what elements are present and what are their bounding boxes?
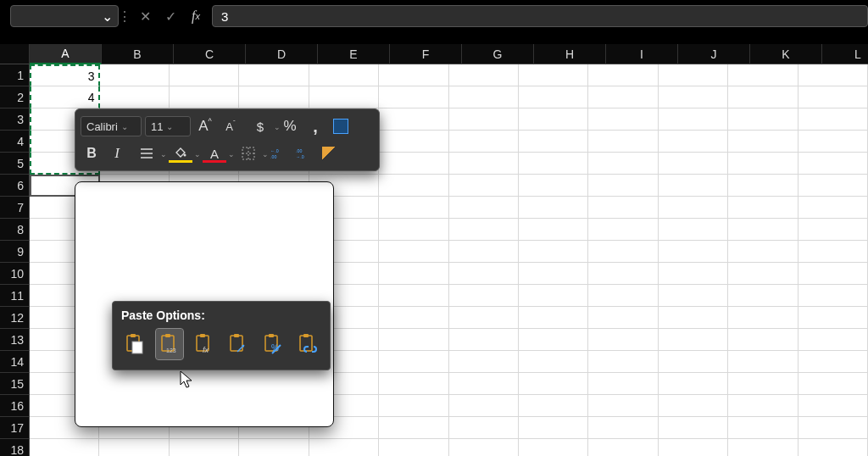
currency-format-button[interactable]: $⌄ [245,115,275,137]
paste-transpose-button[interactable] [225,329,253,359]
cell-C1[interactable] [170,64,239,86]
row-header-17[interactable]: 17 [0,417,30,439]
column-header-A[interactable]: A [30,44,102,64]
cell-L2[interactable] [798,86,868,108]
row-header-18[interactable]: 18 [0,439,30,456]
cell-K15[interactable] [728,373,798,395]
cell-G7[interactable] [449,197,519,219]
cell-F15[interactable] [379,373,448,395]
paste-formulas-button[interactable]: fx [190,329,218,359]
percent-format-button[interactable]: % [279,115,301,137]
cell-L5[interactable] [798,153,868,175]
cell-L8[interactable] [798,219,868,241]
cell-H2[interactable] [519,86,588,108]
cell-H9[interactable] [519,241,588,263]
cell-K12[interactable] [728,307,798,329]
column-header-E[interactable]: E [318,44,390,64]
cell-H15[interactable] [519,373,588,395]
cell-G14[interactable] [449,351,519,373]
column-header-I[interactable]: I [606,44,678,64]
cell-F17[interactable] [379,417,448,439]
cell-I11[interactable] [588,285,658,307]
cell-G16[interactable] [449,395,519,417]
cell-K14[interactable] [728,351,798,373]
cell-G5[interactable] [449,153,519,175]
cell-F9[interactable] [379,241,448,263]
cell-K16[interactable] [728,395,798,417]
cell-L7[interactable] [798,197,868,219]
cell-L14[interactable] [798,351,868,373]
column-header-C[interactable]: C [174,44,246,64]
cell-I2[interactable] [588,86,658,108]
cell-H4[interactable] [519,131,588,153]
cell-B2[interactable] [100,86,170,108]
cell-K4[interactable] [728,131,798,153]
cell-H8[interactable] [519,219,588,241]
cell-H16[interactable] [519,395,588,417]
cell-J15[interactable] [659,373,728,395]
cell-G11[interactable] [449,285,519,307]
row-header-3[interactable]: 3 [0,108,30,131]
column-header-H[interactable]: H [534,44,606,64]
cell-L11[interactable] [798,285,868,307]
cell-G17[interactable] [449,417,519,439]
row-header-5[interactable]: 5 [0,153,30,175]
cell-A18[interactable] [30,439,99,456]
column-header-F[interactable]: F [390,44,462,64]
increase-decimal-button[interactable]: ←.0.00 [267,142,289,164]
row-header-12[interactable]: 12 [0,307,30,329]
cell-D18[interactable] [239,439,309,456]
format-painter-button[interactable] [318,142,340,164]
cell-L12[interactable] [798,307,868,329]
cell-A2[interactable]: 4 [30,86,100,108]
cell-D2[interactable] [239,86,309,108]
cell-J3[interactable] [659,108,728,131]
row-header-1[interactable]: 1 [0,64,30,86]
cell-H13[interactable] [519,329,588,351]
conditional-format-button[interactable] [330,115,352,137]
cell-K13[interactable] [728,329,798,351]
cell-J9[interactable] [659,241,728,263]
cell-C2[interactable] [170,86,239,108]
enter-formula-button[interactable]: ✓ [161,7,180,25]
cell-F2[interactable] [379,86,448,108]
cell-I4[interactable] [588,131,658,153]
cell-I12[interactable] [588,307,658,329]
font-color-button[interactable]: A ⌄ [199,142,230,164]
cell-I7[interactable] [588,197,658,219]
cell-F18[interactable] [379,439,448,456]
cell-H3[interactable] [519,108,588,131]
row-header-2[interactable]: 2 [0,86,30,108]
cell-F13[interactable] [379,329,448,351]
cell-G8[interactable] [449,219,519,241]
comma-format-button[interactable]: , [304,115,326,137]
cell-L13[interactable] [798,329,868,351]
cell-C18[interactable] [170,439,239,456]
borders-button[interactable]: ⌄ [233,142,264,164]
decrease-decimal-button[interactable]: .00→.0 [292,142,314,164]
row-header-15[interactable]: 15 [0,373,30,395]
cell-H5[interactable] [519,153,588,175]
cell-F10[interactable] [379,263,448,285]
cell-B1[interactable] [100,64,170,86]
cell-L18[interactable] [798,439,868,456]
cell-K5[interactable] [728,153,798,175]
cell-F7[interactable] [379,197,448,219]
row-header-6[interactable]: 6 [0,175,30,197]
column-header-K[interactable]: K [750,44,822,64]
cell-L10[interactable] [798,263,868,285]
cell-L17[interactable] [798,417,868,439]
cell-J10[interactable] [659,263,728,285]
cell-L9[interactable] [798,241,868,263]
align-button[interactable]: ⌄ [131,142,162,164]
row-header-16[interactable]: 16 [0,395,30,417]
cell-K18[interactable] [728,439,798,456]
cell-L15[interactable] [798,373,868,395]
cell-L1[interactable] [798,64,868,86]
cell-I16[interactable] [588,395,658,417]
cell-G6[interactable] [449,175,519,197]
paste-values-button[interactable]: 123 [156,329,184,359]
cell-K11[interactable] [728,285,798,307]
cell-E1[interactable] [309,64,379,86]
increase-font-button[interactable]: A^ [194,115,216,137]
